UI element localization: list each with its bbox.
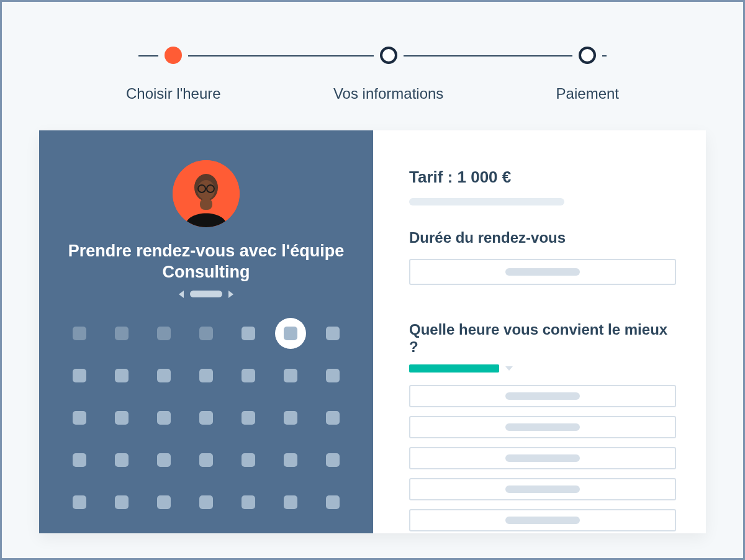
calendar-day[interactable] xyxy=(275,445,306,476)
calendar-day[interactable] xyxy=(317,487,348,518)
day-placeholder-icon xyxy=(242,327,255,340)
day-placeholder-icon xyxy=(199,327,213,340)
day-placeholder-icon xyxy=(326,453,340,467)
svg-point-2 xyxy=(197,180,215,200)
chevron-left-icon[interactable] xyxy=(179,291,184,298)
step-payment[interactable]: Paiement xyxy=(556,44,619,102)
day-placeholder-icon xyxy=(284,411,297,425)
time-slot-placeholder xyxy=(505,517,580,524)
day-placeholder-icon xyxy=(115,327,129,340)
step-dot xyxy=(380,47,397,64)
step-choose-time[interactable]: Choisir l'heure xyxy=(126,44,221,102)
time-slot[interactable] xyxy=(409,478,676,500)
calendar-day[interactable] xyxy=(191,318,222,349)
calendar-day[interactable] xyxy=(106,318,137,349)
details-panel: Tarif : 1 000 € Durée du rendez-vous Que… xyxy=(373,130,712,533)
time-slot[interactable] xyxy=(409,509,676,531)
calendar-day[interactable] xyxy=(317,318,348,349)
calendar-day[interactable] xyxy=(148,318,179,349)
booking-card: Prendre rendez-vous avec l'équipe Consul… xyxy=(39,130,706,533)
timezone-value-placeholder xyxy=(409,364,499,373)
svg-rect-6 xyxy=(200,199,212,210)
calendar-day[interactable] xyxy=(148,445,179,476)
calendar-day[interactable] xyxy=(64,360,95,391)
calendar-day[interactable] xyxy=(64,445,95,476)
calendar-day[interactable] xyxy=(191,445,222,476)
chevron-right-icon[interactable] xyxy=(228,291,233,298)
calendar-day[interactable] xyxy=(317,402,348,433)
day-placeholder-icon xyxy=(326,327,340,340)
calendar-day[interactable] xyxy=(233,445,264,476)
day-placeholder-icon xyxy=(242,411,255,425)
calendar-day[interactable] xyxy=(233,318,264,349)
day-placeholder-icon xyxy=(73,495,86,509)
day-placeholder-icon xyxy=(157,495,171,509)
calendar-day[interactable] xyxy=(191,402,222,433)
calendar-day[interactable] xyxy=(148,402,179,433)
calendar-day[interactable] xyxy=(106,360,137,391)
day-placeholder-icon xyxy=(199,411,213,425)
day-placeholder-icon xyxy=(242,453,255,467)
calendar-day[interactable] xyxy=(233,360,264,391)
day-placeholder-icon xyxy=(73,369,86,382)
avatar xyxy=(173,160,240,227)
time-slot-placeholder xyxy=(505,485,580,493)
booking-title: Prendre rendez-vous avec l'équipe Consul… xyxy=(66,241,346,283)
calendar-day[interactable] xyxy=(64,318,95,349)
day-placeholder-icon xyxy=(242,369,255,382)
time-question-label: Quelle heure vous convient le mieux ? xyxy=(409,321,676,356)
time-slot-list xyxy=(409,385,676,531)
day-placeholder-icon xyxy=(326,411,340,425)
duration-value-placeholder xyxy=(505,268,580,276)
day-placeholder-icon xyxy=(157,453,171,467)
calendar-day[interactable] xyxy=(275,360,306,391)
step-label: Choisir l'heure xyxy=(126,85,221,102)
stepper: Choisir l'heure Vos informations Paiemen… xyxy=(126,44,619,106)
calendar-day-selected[interactable] xyxy=(275,318,306,349)
time-slot[interactable] xyxy=(409,385,676,407)
day-placeholder-icon xyxy=(326,369,340,382)
calendar-day[interactable] xyxy=(148,487,179,518)
calendar-day[interactable] xyxy=(106,487,137,518)
day-placeholder-icon xyxy=(73,411,86,425)
calendar-day[interactable] xyxy=(106,402,137,433)
calendar-day[interactable] xyxy=(233,487,264,518)
day-placeholder-icon xyxy=(326,495,340,509)
step-your-info[interactable]: Vos informations xyxy=(333,44,443,102)
calendar-day[interactable] xyxy=(106,445,137,476)
day-placeholder-icon xyxy=(115,411,129,425)
time-slot[interactable] xyxy=(409,447,676,469)
calendar-day[interactable] xyxy=(317,360,348,391)
calendar-day[interactable] xyxy=(64,487,95,518)
calendar-day[interactable] xyxy=(191,360,222,391)
price-subtext-placeholder xyxy=(409,198,564,205)
day-placeholder-icon xyxy=(115,495,129,509)
step-label: Paiement xyxy=(556,85,619,102)
day-placeholder-icon xyxy=(199,495,213,509)
day-placeholder-icon xyxy=(115,453,129,467)
step-label: Vos informations xyxy=(333,85,443,102)
month-placeholder xyxy=(190,291,222,297)
app-frame: Choisir l'heure Vos informations Paiemen… xyxy=(0,0,745,560)
calendar-day[interactable] xyxy=(275,487,306,518)
chevron-down-icon xyxy=(505,366,513,371)
calendar-day[interactable] xyxy=(233,402,264,433)
day-placeholder-icon xyxy=(284,327,297,340)
calendar-day[interactable] xyxy=(148,360,179,391)
step-dot-active xyxy=(165,47,182,64)
calendar-day[interactable] xyxy=(317,445,348,476)
time-slot-placeholder xyxy=(505,423,580,431)
calendar-day[interactable] xyxy=(191,487,222,518)
price-label: Tarif : 1 000 € xyxy=(409,168,676,187)
time-slot-placeholder xyxy=(505,454,580,462)
calendar-day[interactable] xyxy=(275,402,306,433)
day-placeholder-icon xyxy=(157,369,171,382)
month-pager xyxy=(179,291,233,298)
duration-select[interactable] xyxy=(409,259,676,285)
calendar-day[interactable] xyxy=(64,402,95,433)
time-slot[interactable] xyxy=(409,416,676,438)
timezone-select[interactable] xyxy=(409,364,676,373)
day-placeholder-icon xyxy=(199,453,213,467)
day-placeholder-icon xyxy=(284,453,297,467)
duration-label: Durée du rendez-vous xyxy=(409,229,676,246)
